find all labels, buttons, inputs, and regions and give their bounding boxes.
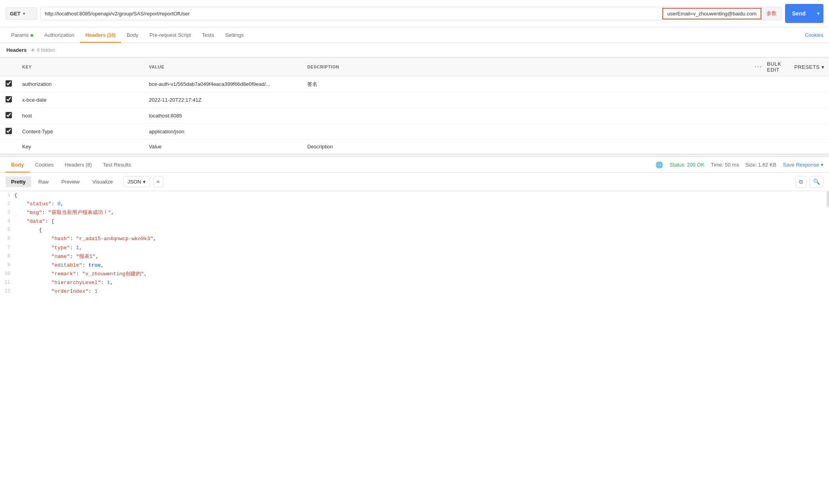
row-checkbox-cell[interactable] xyxy=(0,76,17,92)
scrollbar[interactable] xyxy=(827,191,829,207)
table-row: host localhost:8085 xyxy=(0,108,829,124)
wrap-lines-button[interactable]: ≡ xyxy=(153,176,164,187)
format-tab-preview[interactable]: Preview xyxy=(56,176,85,187)
row-value-cell[interactable]: 2022-11-20T22:17:41Z xyxy=(144,92,302,108)
row-checkbox-cell xyxy=(0,140,17,154)
row-checkbox-cell[interactable] xyxy=(0,124,17,140)
json-select-chevron-icon: ▾ xyxy=(143,179,146,185)
bulk-edit-button[interactable]: Bulk Edit xyxy=(767,61,789,73)
params-label[interactable]: 参数 xyxy=(761,7,781,20)
search-button[interactable]: 🔍 xyxy=(810,176,823,188)
json-line-7: 7 "type": 1, xyxy=(0,244,829,252)
row-checkbox[interactable] xyxy=(6,96,12,102)
response-tab-body[interactable]: Body xyxy=(6,157,30,172)
json-line-8: 8 "name": "报表1", xyxy=(0,252,829,261)
row-key-cell[interactable]: authorization xyxy=(17,76,144,92)
section-divider xyxy=(0,154,829,157)
format-tabs-row: Pretty Raw Preview Visualize JSON ▾ ≡ ⧉ … xyxy=(0,173,829,191)
json-line-3: 3 "msg": "获取当前用户报表成功！", xyxy=(0,208,829,217)
send-button[interactable]: Send ▾ xyxy=(785,4,823,23)
row-key-cell[interactable]: Content-Type xyxy=(17,124,144,140)
json-line-12: 12 "orderIndex": 1 xyxy=(0,287,829,296)
table-row: authorization bce-auth-v1/565dab7a049f4e… xyxy=(0,76,829,92)
response-status-bar: 🌐 Status: 200 OK Time: 50 ms Size: 1.62 … xyxy=(656,161,823,169)
copy-button[interactable]: ⧉ xyxy=(795,176,806,188)
tab-authorization[interactable]: Authorization xyxy=(39,27,80,43)
response-tabs-row: Body Cookies Headers (8) Test Results 🌐 … xyxy=(0,157,829,173)
response-time: Time: 50 ms xyxy=(711,162,739,168)
row-value-cell[interactable]: application/json xyxy=(144,124,302,140)
table-row: x-bce-date 2022-11-20T22:17:41Z xyxy=(0,92,829,108)
globe-icon: 🌐 xyxy=(656,161,663,169)
tab-params[interactable]: Params xyxy=(6,27,39,43)
format-tab-raw[interactable]: Raw xyxy=(33,176,54,187)
format-tab-visualize[interactable]: Visualize xyxy=(87,176,118,187)
row-checkbox[interactable] xyxy=(6,80,12,87)
hidden-badge: 👁 6 hidden xyxy=(30,47,55,53)
headers-table-container: KEY VALUE DESCRIPTION ··· Bulk Edit Pres… xyxy=(0,57,829,154)
search-icon: 🔍 xyxy=(813,178,820,185)
tab-settings[interactable]: Settings xyxy=(220,27,249,43)
json-line-4: 4 "data": [ xyxy=(0,217,829,226)
col-actions-header: ··· Bulk Edit Presets ▾ xyxy=(750,58,829,76)
json-line-9: 9 "editable": true, xyxy=(0,261,829,270)
url-input[interactable] xyxy=(41,8,662,19)
presets-chevron-icon: ▾ xyxy=(821,64,825,70)
row-description-placeholder[interactable]: Description xyxy=(302,140,750,154)
row-checkbox-cell[interactable] xyxy=(0,108,17,124)
json-line-6: 6 "hash": "r_ada15-an4qnwcp-wko9k3", xyxy=(0,235,829,243)
response-size: Size: 1.62 KB xyxy=(745,162,776,168)
row-description-cell[interactable] xyxy=(302,124,750,140)
row-value-cell[interactable]: bce-auth-v1/565dab7a049f4eaca399f66d8e0f… xyxy=(144,76,302,92)
json-line-10: 10 "remark": "v_zhouwenting创建的", xyxy=(0,270,829,279)
more-options-icon[interactable]: ··· xyxy=(755,63,762,70)
tab-tests[interactable]: Tests xyxy=(196,27,219,43)
row-value-placeholder[interactable]: Value xyxy=(144,140,302,154)
table-actions: ··· Bulk Edit Presets ▾ xyxy=(755,61,824,73)
method-label: GET xyxy=(10,11,21,17)
json-editor[interactable]: 1 { 2 "status": 0, 3 "msg": "获取当前用户报表成功！… xyxy=(0,191,829,296)
col-desc-header: DESCRIPTION xyxy=(302,58,750,76)
response-tabs: Body Cookies Headers (8) Test Results xyxy=(6,157,137,172)
row-value-cell[interactable]: localhost:8085 xyxy=(144,108,302,124)
tab-pre-request-script[interactable]: Pre-request Script xyxy=(144,27,197,43)
row-description-cell[interactable]: 签名 xyxy=(302,76,750,92)
response-tab-test-results[interactable]: Test Results xyxy=(97,157,137,172)
table-row: Content-Type application/json xyxy=(0,124,829,140)
request-tabs-row: Params Authorization Headers (10) Body P… xyxy=(0,27,829,43)
cookies-link[interactable]: Cookies xyxy=(805,32,823,38)
response-tab-headers[interactable]: Headers (8) xyxy=(59,157,97,172)
row-checkbox[interactable] xyxy=(6,128,12,134)
save-response-button[interactable]: Save Response ▾ xyxy=(783,162,823,168)
json-format-select[interactable]: JSON ▾ xyxy=(123,176,150,187)
row-description-cell[interactable] xyxy=(302,108,750,124)
tab-headers[interactable]: Headers (10) xyxy=(80,27,121,43)
tab-body[interactable]: Body xyxy=(121,27,144,43)
json-line-11: 11 "hierarchyLevel": 1, xyxy=(0,279,829,287)
headers-label: Headers xyxy=(6,47,27,53)
row-checkbox-cell[interactable] xyxy=(0,92,17,108)
row-description-cell[interactable] xyxy=(302,92,750,108)
url-param-highlighted[interactable]: userEmail=v_zhouwenting@baidu.com xyxy=(662,8,761,19)
send-button-label: Send xyxy=(785,7,813,20)
json-line-1: 1 { xyxy=(0,191,829,200)
presets-button[interactable]: Presets ▾ xyxy=(794,64,824,70)
format-tab-pretty[interactable]: Pretty xyxy=(6,176,31,187)
method-select[interactable]: GET ▾ xyxy=(6,8,37,20)
row-actions-cell xyxy=(750,92,829,108)
row-actions-cell xyxy=(750,108,829,124)
save-response-chevron-icon: ▾ xyxy=(821,162,823,168)
send-button-dropdown-icon[interactable]: ▾ xyxy=(813,8,823,19)
row-actions-cell xyxy=(750,140,829,154)
headers-table: KEY VALUE DESCRIPTION ··· Bulk Edit Pres… xyxy=(0,57,829,154)
response-tab-cookies[interactable]: Cookies xyxy=(30,157,59,172)
response-status: Status: 200 OK xyxy=(669,162,704,168)
url-bar: GET ▾ userEmail=v_zhouwenting@baidu.com … xyxy=(0,0,829,27)
request-tabs: Params Authorization Headers (10) Body P… xyxy=(6,27,249,43)
row-key-cell[interactable]: host xyxy=(17,108,144,124)
col-key-header: KEY xyxy=(17,58,144,76)
row-checkbox[interactable] xyxy=(6,112,12,118)
row-key-cell[interactable]: x-bce-date xyxy=(17,92,144,108)
row-key-placeholder[interactable]: Key xyxy=(17,140,144,154)
row-actions-cell xyxy=(750,76,829,92)
